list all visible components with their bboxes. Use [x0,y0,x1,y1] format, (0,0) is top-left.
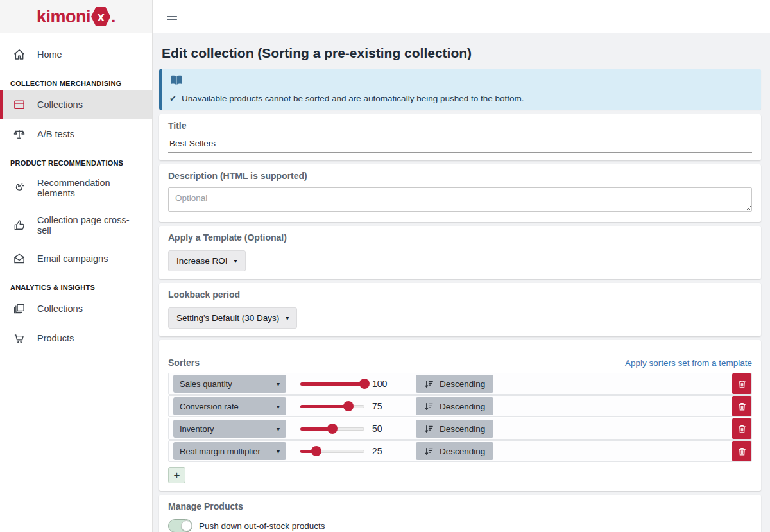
sorter-rows: Sales quantity ▾ 100 Descending [168,373,752,462]
delete-sorter-button[interactable] [732,441,751,461]
sidebar-item-products[interactable]: Products [0,323,152,353]
weight-slider[interactable] [300,446,364,456]
logo-dot: . [111,7,116,27]
slider-knob[interactable] [343,401,354,411]
template-label: Apply a Template (Optional) [168,232,752,243]
caret-down-icon: ▾ [234,257,237,264]
sidebar-item-analytics-collections[interactable]: Collections [0,294,152,323]
trash-icon [737,379,747,389]
info-banner: ✔ Unavailable products cannot be sorted … [159,69,761,110]
description-label: Description (HTML is supported) [168,171,752,181]
sort-direction-label: Descending [440,447,485,456]
trash-icon [737,424,747,434]
lookback-card: Lookback period Setting's Default (30 Da… [159,283,761,336]
sidebar-item-label: Collections [37,304,83,314]
sorter-select[interactable]: Conversion rate ▾ [173,397,286,415]
menu-icon[interactable] [167,10,177,22]
home-icon [13,48,26,61]
sorters-card: Sorters Apply sorters set from a templat… [159,340,761,491]
kimonix-logo[interactable]: kimonix. [37,7,116,27]
book-icon [169,74,184,86]
banner-text: Unavailable products cannot be sorted an… [182,94,524,103]
logo-hexagon-icon: x [91,7,110,26]
template-card: Apply a Template (Optional) Increase ROI… [159,226,761,279]
title-input[interactable] [168,136,752,153]
delete-sorter-button[interactable] [732,373,751,394]
weight-slider[interactable] [300,379,364,389]
logo-text: kimoni [37,7,90,27]
sidebar-item-label: A/B tests [37,129,74,139]
weight-slider[interactable] [300,401,364,411]
sidebar-item-label: Products [37,333,74,343]
sidebar-item-cross-sell[interactable]: Collection page cross-sell [0,207,152,244]
sorter-name: Inventory [180,424,214,434]
manage-products-label: Manage Products [168,501,752,511]
title-card: Title [159,114,761,160]
sort-direction-button[interactable]: Descending [416,420,493,438]
sorter-select[interactable]: Inventory ▾ [173,420,286,438]
slider-knob[interactable] [311,446,321,456]
sidebar-section-header: ANALYTICS & INSIGHTS [0,273,152,294]
sidebar-item-ab-tests[interactable]: A/B tests [0,119,152,149]
slider-knob[interactable] [359,379,370,389]
sort-direction-button[interactable]: Descending [416,442,493,460]
sorter-row: Inventory ▾ 50 Descending [168,418,752,440]
shopping-cart-icon [13,332,26,345]
sidebar-item-label: Collections [37,99,83,110]
sort-descending-icon [424,379,434,389]
sidebar: kimonix. Home COLLECTION MERCHANDISING C… [0,0,153,532]
sorter-row: Sales quantity ▾ 100 Descending [168,373,752,395]
caret-down-icon: ▾ [277,381,280,388]
thumbs-up-icon [13,219,26,232]
sorter-row: Real margin multiplier ▾ 25 Descending [168,440,752,462]
plus-icon: + [174,469,180,482]
sorter-select[interactable]: Sales quantity ▾ [173,375,286,393]
caret-down-icon: ▾ [277,425,280,433]
snap-fingers-icon [13,182,26,194]
lookback-select[interactable]: Setting's Default (30 Days) ▾ [168,307,297,329]
sidebar-item-home[interactable]: Home [0,40,152,69]
delete-sorter-button[interactable] [732,418,751,439]
envelope-open-icon [13,252,26,265]
trash-icon [737,402,747,411]
sidebar-item-collections[interactable]: Collections [0,90,152,119]
sort-descending-icon [424,447,434,456]
sort-direction-button[interactable]: Descending [416,397,493,415]
sidebar-item-label: Home [37,49,62,60]
stacked-copies-icon [13,302,26,315]
description-textarea[interactable] [168,187,752,212]
sort-descending-icon [424,402,434,411]
sorter-select[interactable]: Real margin multiplier ▾ [173,442,286,460]
caret-down-icon: ▾ [277,403,280,410]
weight-value: 100 [372,379,394,389]
main-content: Edit collection (Sorting a pre-existing … [153,33,770,532]
template-select[interactable]: Increase ROI ▾ [168,250,246,271]
sidebar-item-label: Email campaigns [37,253,108,264]
add-sorter-button[interactable]: + [168,467,185,483]
sort-direction-label: Descending [440,402,485,411]
caret-down-icon: ▾ [277,448,280,455]
caret-down-icon: ▾ [286,314,289,322]
sort-direction-button[interactable]: Descending [416,375,493,393]
toggle-label: Push down out-of-stock products [199,521,325,531]
sidebar-item-email-campaigns[interactable]: Email campaigns [0,244,152,273]
lookback-label: Lookback period [168,289,752,300]
template-value: Increase ROI [176,256,228,266]
sorter-row: Conversion rate ▾ 75 Descending [168,395,752,417]
delete-sorter-button[interactable] [732,396,751,416]
sort-descending-icon [424,424,434,434]
manage-products-card: Manage Products Push down out-of-stock p… [159,495,761,532]
sidebar-section-header: PRODUCT RECOMMENDATIONS [0,149,152,169]
sorter-name: Real margin multiplier [180,447,261,456]
slider-knob[interactable] [327,424,338,434]
weight-slider[interactable] [300,424,364,434]
push-down-out-of-stock-toggle[interactable] [168,519,193,532]
sidebar-item-recommendation-elements[interactable]: Recommendation elements [0,169,152,207]
sidebar-item-label: Collection page cross-sell [37,215,142,236]
toggle-knob [181,520,192,531]
apply-sorters-template-link[interactable]: Apply sorters set from a template [625,358,752,368]
sidebar-section-header: COLLECTION MERCHANDISING [0,69,152,90]
lookback-value: Setting's Default (30 Days) [176,313,279,323]
weight-value: 50 [372,424,394,434]
trash-icon [737,447,747,456]
